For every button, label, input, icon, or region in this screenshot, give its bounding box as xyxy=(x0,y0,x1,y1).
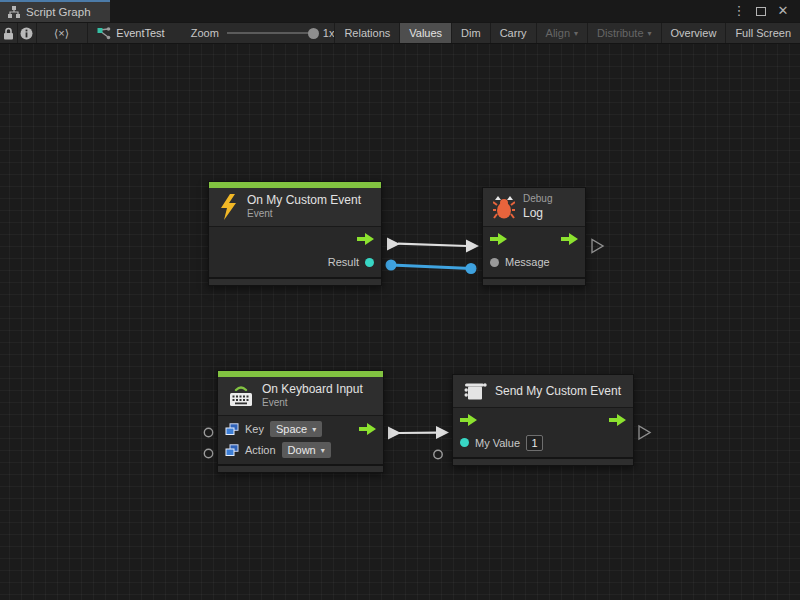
action-dropdown[interactable]: Down ▾ xyxy=(282,442,331,458)
node-header: On Keyboard Input Event xyxy=(218,377,383,415)
toolbar-separator xyxy=(87,23,88,43)
node-footer xyxy=(453,457,633,465)
node-title: On Keyboard Input xyxy=(262,382,363,397)
node-header: On My Custom Event Event xyxy=(209,188,381,226)
graph-asset-icon xyxy=(97,27,111,40)
flow-arrow-icon[interactable] xyxy=(609,414,626,426)
overview-button[interactable]: Overview xyxy=(662,23,726,43)
dropdown-value: Space xyxy=(276,422,307,436)
toggle-relations[interactable]: Relations xyxy=(335,23,399,43)
flow-arrow-icon[interactable] xyxy=(561,233,578,245)
node-title: On My Custom Event xyxy=(247,193,361,208)
toggle-label: Dim xyxy=(461,27,481,39)
window-title-bar: Script Graph ⋮ ✕ xyxy=(0,0,800,22)
port-label: My Value xyxy=(475,437,520,449)
node-on-keyboard-input[interactable]: On Keyboard Input Event Key Space ▾ Act xyxy=(217,370,384,473)
value-port-icon[interactable] xyxy=(490,258,499,267)
dropdown-value: Down xyxy=(288,443,316,457)
flow-arrow-icon[interactable] xyxy=(359,423,376,435)
message-input-row: Message xyxy=(483,251,585,274)
action-input-row: Action Down ▾ xyxy=(218,440,383,461)
maximize-icon[interactable] xyxy=(756,7,766,16)
flow-arrow-icon[interactable] xyxy=(460,414,477,426)
key-input-row: Key Space ▾ xyxy=(218,419,383,440)
lightning-icon xyxy=(219,194,239,220)
control-output-row xyxy=(209,228,381,251)
graph-icon xyxy=(8,6,20,18)
zoom-value: 1x xyxy=(323,27,335,39)
custom-event-icon xyxy=(463,380,487,402)
result-output-row: Result xyxy=(209,251,381,274)
node-footer xyxy=(483,277,585,285)
toggle-label: Values xyxy=(409,27,442,39)
zoom-slider[interactable] xyxy=(227,32,315,34)
toggle-dim[interactable]: Dim xyxy=(452,23,490,43)
value-port-icon[interactable] xyxy=(460,438,469,447)
window-menu-icon[interactable]: ⋮ xyxy=(730,0,748,22)
node-footer xyxy=(209,277,381,285)
toggle-label: Full Screen xyxy=(735,27,791,39)
zoom-control: Zoom 1x xyxy=(191,27,335,39)
distribute-menu-button[interactable]: Distribute ▾ xyxy=(588,23,660,43)
graph-name: EventTest xyxy=(116,27,164,39)
enum-type-icon xyxy=(225,423,239,436)
node-category: Debug xyxy=(523,193,552,206)
control-flow-row xyxy=(453,409,633,431)
flow-arrow-icon[interactable] xyxy=(357,233,374,245)
node-on-my-custom-event[interactable]: On My Custom Event Event Result xyxy=(208,181,382,286)
enum-type-icon xyxy=(225,444,239,457)
node-debug-log[interactable]: Debug Log Message xyxy=(482,187,586,286)
chevron-down-icon: ▾ xyxy=(321,447,325,455)
close-icon[interactable]: ✕ xyxy=(774,0,792,22)
node-header: Send My Custom Event xyxy=(453,375,633,407)
toggle-values[interactable]: Values xyxy=(400,23,451,43)
port-label: Action xyxy=(245,444,276,456)
keyboard-icon xyxy=(228,384,254,408)
chevron-down-icon: ▾ xyxy=(574,30,578,38)
node-body: Message xyxy=(483,226,585,277)
info-icon xyxy=(20,27,33,40)
node-body: Key Space ▾ Action Down ▾ xyxy=(218,415,383,464)
full-screen-button[interactable]: Full Screen xyxy=(726,23,800,43)
lock-icon xyxy=(3,27,14,40)
node-header: Debug Log xyxy=(483,188,585,226)
chevron-down-icon: ▾ xyxy=(648,30,652,38)
node-send-my-custom-event[interactable]: Send My Custom Event My Value 1 xyxy=(452,374,634,466)
bug-icon xyxy=(493,195,515,219)
toggle-label: Align xyxy=(546,27,570,39)
lock-button[interactable] xyxy=(0,23,17,43)
graph-toolbar: ⟨×⟩ EventTest Zoom 1x Relations Values D… xyxy=(0,22,800,44)
code-preview-button[interactable]: ⟨×⟩ xyxy=(36,23,86,43)
toolbar-toggle-group: Relations Values Dim Carry Align ▾ Distr… xyxy=(334,23,800,43)
key-dropdown[interactable]: Space ▾ xyxy=(270,421,322,437)
port-label: Message xyxy=(505,256,550,268)
toggle-label: Relations xyxy=(344,27,390,39)
toggle-carry[interactable]: Carry xyxy=(491,23,536,43)
control-flow-row xyxy=(483,228,585,251)
zoom-label: Zoom xyxy=(191,27,219,39)
node-title: Send My Custom Event xyxy=(495,384,621,399)
graph-canvas[interactable] xyxy=(0,44,800,600)
node-subtitle: Event xyxy=(262,397,363,410)
zoom-slider-handle[interactable] xyxy=(308,28,319,39)
flow-arrow-icon[interactable] xyxy=(490,233,507,245)
my-value-field[interactable]: 1 xyxy=(526,435,543,451)
node-body: My Value 1 xyxy=(453,407,633,457)
node-body: Result xyxy=(209,226,381,277)
align-menu-button[interactable]: Align ▾ xyxy=(537,23,587,43)
graph-breadcrumb[interactable]: EventTest xyxy=(97,27,164,40)
port-label: Key xyxy=(245,423,264,435)
node-title: Log xyxy=(523,206,552,221)
chevron-down-icon: ▾ xyxy=(312,426,316,434)
value-port-icon[interactable] xyxy=(365,258,374,267)
window-controls: ⋮ ✕ xyxy=(730,0,800,22)
tab-script-graph[interactable]: Script Graph xyxy=(0,0,110,22)
port-label: Result xyxy=(328,256,359,268)
my-value-input-row: My Value 1 xyxy=(453,431,633,454)
toggle-label: Distribute xyxy=(597,27,643,39)
inspect-button[interactable] xyxy=(18,23,35,43)
node-subtitle: Event xyxy=(247,208,361,221)
toggle-label: Overview xyxy=(671,27,717,39)
tab-title: Script Graph xyxy=(26,6,91,18)
toggle-label: Carry xyxy=(500,27,527,39)
